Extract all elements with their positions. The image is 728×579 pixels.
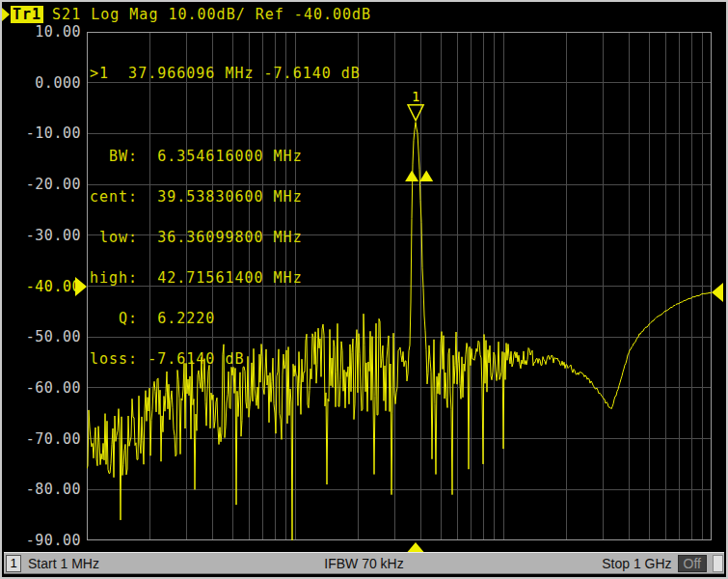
q-readout-line: Q: 6.2220 (90, 312, 361, 325)
y-axis-tick-label: -50.00 (19, 329, 81, 345)
y-axis-tick-label: -40.00 (19, 279, 81, 294)
statusbar-corner-box (713, 555, 723, 572)
status-bar: 1 Start 1 MHz IFBW 70 kHz Stop 1 GHz Off (4, 552, 724, 574)
stop-frequency-label: Stop 1 GHz (602, 556, 671, 571)
bw-high-marker-icon[interactable] (419, 171, 433, 182)
y-axis-tick-label: -80.00 (19, 482, 81, 497)
reference-level-marker-icon[interactable] (75, 277, 87, 296)
cent-readout-line: cent: 39.53830600 MHz (90, 190, 361, 204)
y-axis-tick-label: -10.00 (19, 125, 81, 141)
active-trace-arrow-icon (2, 8, 10, 21)
y-axis-tick-label: -70.00 (19, 431, 81, 447)
ifbw-label: IFBW 70 kHz (324, 556, 403, 571)
y-axis-tick-label: -20.00 (19, 177, 81, 192)
loss-readout-line: loss: -7.6140 dB (90, 352, 361, 366)
low-readout-line: low: 36.36099800 MHz (90, 231, 361, 244)
trace-header: Tr1 S21 Log Mag 10.00dB/ Ref -40.00dB (2, 4, 371, 25)
trace1-scale-label[interactable]: S21 Log Mag 10.00dB/ Ref -40.00dB (52, 6, 371, 23)
trigger-off-button[interactable]: Off (678, 555, 707, 572)
y-axis-tick-label: -30.00 (19, 228, 81, 243)
vna-screen: Tr1 S21 Log Mag 10.00dB/ Ref -40.00dB 10… (0, 0, 728, 579)
y-axis-tick-label: 10.00 (19, 24, 81, 40)
high-readout-line: high: 42.71561400 MHz (90, 271, 361, 285)
trace-end-level-marker-icon (712, 283, 723, 302)
marker-readout-panel: >1 37.966096 MHz -7.6140 dB BW: 6.354616… (90, 40, 361, 420)
bw-readout-line: BW: 6.354616000 MHz (90, 150, 361, 163)
y-axis-tick-label: -60.00 (19, 380, 81, 396)
marker1-readout-line: >1 37.966096 MHz -7.6140 dB (90, 67, 361, 80)
marker1-label: 1 (412, 89, 419, 104)
y-axis-tick-label: -90.00 (19, 533, 81, 548)
marker1-icon[interactable] (408, 105, 423, 121)
bw-low-marker-icon[interactable] (405, 171, 418, 182)
channel-indicator: 1 (6, 555, 21, 572)
start-frequency-label: Start 1 MHz (28, 556, 99, 571)
y-axis-tick-label: 0.000 (19, 75, 81, 91)
trace1-badge[interactable]: Tr1 (11, 6, 43, 23)
